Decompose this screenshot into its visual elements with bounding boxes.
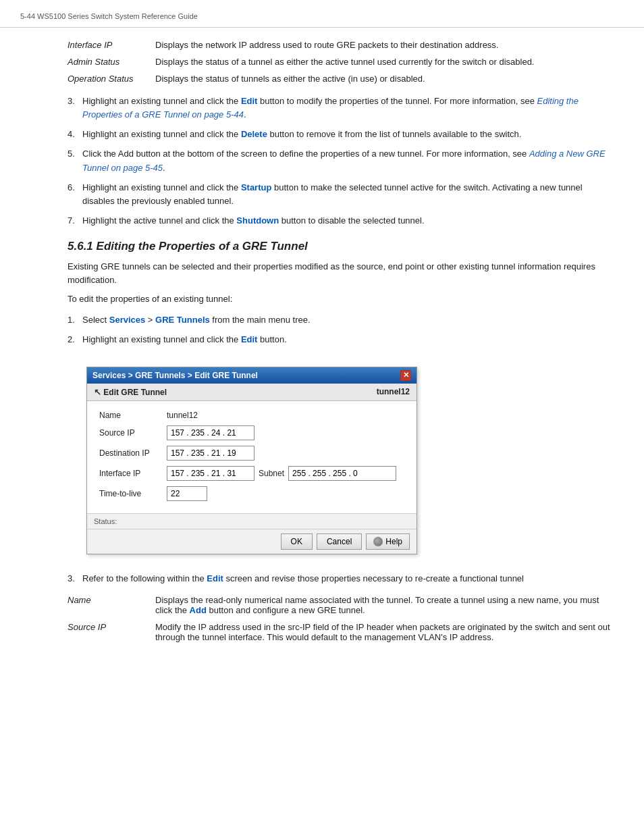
shutdown-link-step7[interactable]: Shutdown: [236, 215, 279, 226]
section-steps: 1. Select Services > GRE Tunnels from th…: [68, 313, 612, 346]
cursor-icon: ↖: [94, 387, 101, 397]
form-label-ttl: Time-to-live: [99, 489, 167, 498]
startup-link-step6[interactable]: Startup: [241, 182, 272, 192]
edit-link-step3[interactable]: Edit: [241, 96, 258, 106]
dialog-subtitle-right: tunnel12: [377, 387, 410, 397]
field-row-source-ip-bottom: Source IP Modify the IP address used in …: [68, 622, 612, 642]
gre-tunnels-link[interactable]: GRE Tunnels: [155, 315, 210, 325]
field-row-interface-ip: Interface IP Displays the network IP add…: [68, 40, 612, 50]
field-name-admin-status: Admin Status: [68, 57, 155, 67]
field-desc-source-ip-bottom: Modify the IP address used in the src-IP…: [155, 622, 612, 642]
field-name-interface-ip: Interface IP: [68, 40, 155, 50]
steps-after-dialog: 3. Refer to the following within the Edi…: [68, 572, 612, 585]
delete-link-step4[interactable]: Delete: [241, 129, 267, 139]
help-button[interactable]: Help: [366, 533, 410, 550]
form-label-dest-ip: Destination IP: [99, 448, 167, 458]
field-name-operation-status: Operation Status: [68, 74, 155, 84]
adding-tunnel-link[interactable]: Adding a New GRE Tunnel on page 5-45: [82, 149, 606, 172]
ttl-input[interactable]: [167, 486, 207, 501]
section-step-1: 1. Select Services > GRE Tunnels from th…: [68, 313, 612, 327]
section-body-1: Existing GRE tunnels can be selected and…: [68, 260, 612, 287]
dialog-subtitle-label: ↖ Edit GRE Tunnel: [94, 387, 167, 397]
field-name-name-bottom: Name: [68, 595, 155, 605]
dialog-subtitle-bar: ↖ Edit GRE Tunnel tunnel12: [87, 384, 417, 401]
dialog-body: Name tunnel12 Source IP Destination IP I…: [87, 401, 417, 513]
subnet-label: Subnet: [259, 469, 284, 478]
form-row-ttl: Time-to-live: [99, 486, 404, 501]
add-link-name[interactable]: Add: [190, 605, 207, 615]
form-row-dest-ip: Destination IP: [99, 446, 404, 461]
form-row-interface-ip: Interface IP Subnet: [99, 466, 404, 481]
editing-properties-link[interactable]: Editing the Properties of a GRE Tunnel o…: [82, 96, 579, 120]
form-value-name: tunnel12: [167, 411, 198, 420]
steps-list-top: 3. Highlight an existing tunnel and clic…: [68, 95, 612, 228]
field-table-top: Interface IP Displays the network IP add…: [68, 40, 612, 84]
dest-ip-input[interactable]: [167, 446, 254, 461]
dialog-screenshot: Services > GRE Tunnels > Edit GRE Tunnel…: [86, 367, 417, 554]
section-title: 5.6.1 Editing the Properties of a GRE Tu…: [68, 240, 612, 253]
field-desc-admin-status: Displays the status of a tunnel as eithe…: [155, 57, 612, 67]
section-561: 5.6.1 Editing the Properties of a GRE Tu…: [68, 240, 612, 642]
dialog-status-bar: Status:: [87, 513, 417, 529]
dialog-btn-bar: OK Cancel Help: [87, 529, 417, 554]
subnet-input[interactable]: [288, 466, 396, 481]
interface-ip-input[interactable]: [167, 466, 254, 481]
step-7: 7. Highlight the active tunnel and click…: [68, 214, 612, 228]
field-row-admin-status: Admin Status Displays the status of a tu…: [68, 57, 612, 67]
field-name-source-ip-bottom: Source IP: [68, 622, 155, 632]
step-5: 5. Click the Add button at the bottom of…: [68, 147, 612, 174]
form-label-name: Name: [99, 411, 167, 420]
field-row-name-bottom: Name Displays the read-only numerical na…: [68, 595, 612, 615]
field-table-bottom: Name Displays the read-only numerical na…: [68, 595, 612, 642]
cancel-button[interactable]: Cancel: [317, 533, 362, 550]
step-3-after-dialog: 3. Refer to the following within the Edi…: [68, 572, 612, 585]
ok-button[interactable]: OK: [281, 533, 313, 550]
step-6: 6. Highlight an existing tunnel and clic…: [68, 181, 612, 208]
form-label-source-ip: Source IP: [99, 428, 167, 438]
form-row-name: Name tunnel12: [99, 411, 404, 420]
field-desc-interface-ip: Displays the network IP address used to …: [155, 40, 612, 50]
section-step-2: 2. Highlight an existing tunnel and clic…: [68, 333, 612, 346]
close-button[interactable]: ✕: [400, 370, 411, 381]
field-row-operation-status: Operation Status Displays the status of …: [68, 74, 612, 84]
dialog-title-text: Services > GRE Tunnels > Edit GRE Tunnel: [92, 371, 258, 380]
source-ip-input[interactable]: [167, 425, 254, 440]
step-3: 3. Highlight an existing tunnel and clic…: [68, 95, 612, 122]
step-4: 4. Highlight an existing tunnel and clic…: [68, 128, 612, 141]
edit-gre-tunnel-dialog: Services > GRE Tunnels > Edit GRE Tunnel…: [86, 367, 417, 554]
edit-link-step2[interactable]: Edit: [241, 334, 258, 344]
page-header: 5-44 WS5100 Series Switch System Referen…: [0, 12, 644, 28]
form-label-interface-ip: Interface IP: [99, 469, 167, 478]
services-link[interactable]: Services: [109, 315, 146, 325]
form-row-source-ip: Source IP: [99, 425, 404, 440]
help-circle-icon: [373, 537, 383, 546]
section-body-2: To edit the properties of an existing tu…: [68, 292, 612, 306]
dialog-titlebar: Services > GRE Tunnels > Edit GRE Tunnel…: [87, 367, 417, 384]
edit-link-step3-after[interactable]: Edit: [207, 573, 223, 583]
field-desc-name-bottom: Displays the read-only numerical name as…: [155, 595, 612, 615]
field-desc-operation-status: Displays the status of tunnels as either…: [155, 74, 612, 84]
